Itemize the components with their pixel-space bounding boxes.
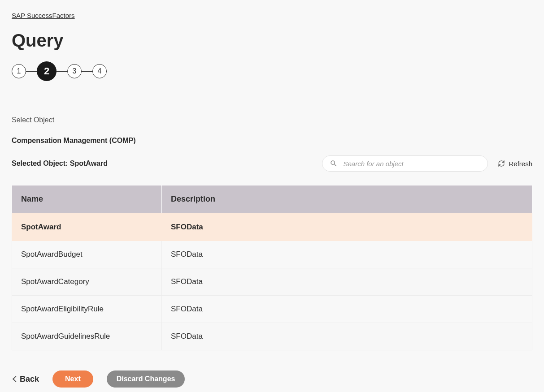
step-4[interactable]: 4 [92,64,107,78]
table-cell-description: SFOData [162,241,532,268]
refresh-icon [498,160,505,167]
breadcrumb[interactable]: SAP SuccessFactors [12,12,75,19]
refresh-label: Refresh [509,160,532,168]
step-connector [57,71,67,72]
next-button[interactable]: Next [52,370,93,388]
search-icon [330,159,338,168]
step-1[interactable]: 1 [12,64,26,78]
table-row[interactable]: SpotAwardCategorySFOData [12,268,532,296]
step-2[interactable]: 2 [37,61,57,81]
step-3[interactable]: 3 [67,64,82,78]
table-row[interactable]: SpotAwardBudgetSFOData [12,241,532,268]
search-input[interactable] [343,160,480,168]
refresh-button[interactable]: Refresh [498,160,532,168]
table-cell-description: SFOData [162,268,532,296]
back-button-label: Back [20,375,39,384]
table-body-scroll[interactable]: SpotAwardSFODataSpotAwardBudgetSFODataSp… [12,213,532,353]
discard-button[interactable]: Discard Changes [107,370,185,388]
category-label: Compensation Management (COMP) [12,137,532,145]
table-cell-description: SFOData [162,214,532,241]
chevron-left-icon [13,376,19,382]
table-cell-name: SpotAwardEligibilityRule [12,296,162,323]
table-cell-description: SFOData [162,296,532,323]
selected-object-label: Selected Object: SpotAward [12,159,108,168]
wizard-stepper: 1 2 3 4 [12,61,532,81]
table-cell-name: SpotAwardGuidelinesRule [12,323,162,350]
back-button[interactable]: Back [13,375,39,384]
section-label: Select Object [12,116,532,124]
step-connector [26,71,37,72]
table-header-description: Description [162,185,532,213]
table-cell-name: SpotAwardBudget [12,241,162,268]
page-title: Query [12,30,532,51]
table-cell-name: SpotAward [12,214,162,241]
table-row[interactable]: SpotAwardEligibilityRuleSFOData [12,296,532,323]
table-cell-description: SFOData [162,323,532,350]
search-wrapper [322,155,488,172]
table-header-name: Name [12,185,162,213]
table-cell-name: SpotAwardCategory [12,268,162,296]
step-connector [82,71,92,72]
table-row[interactable]: SpotAwardGuidelinesRuleSFOData [12,323,532,350]
object-table: Name Description SpotAwardSFODataSpotAwa… [12,185,532,353]
footer-buttons: Back Next Discard Changes [12,370,532,388]
table-row[interactable]: SpotAwardSFOData [12,214,532,241]
